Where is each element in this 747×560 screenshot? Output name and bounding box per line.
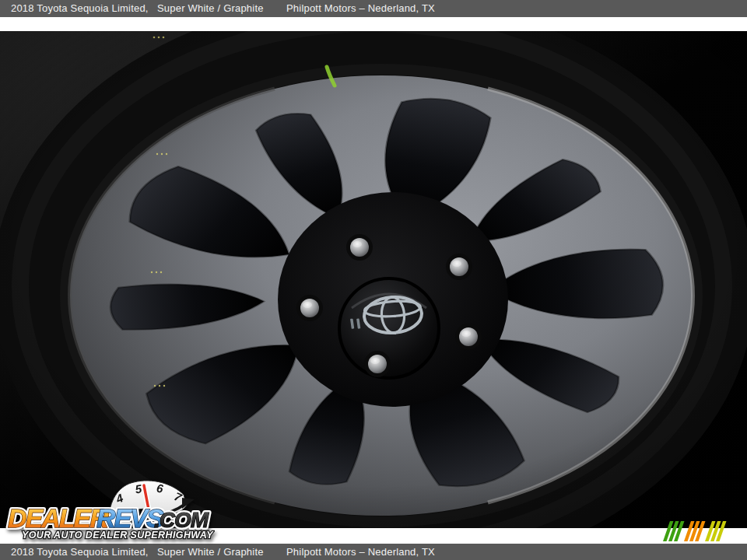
color-spec: Super White / Graphite [157,544,264,560]
vehicle-title: 2018 Toyota Sequoia Limited, [11,544,149,560]
bottom-info-bar: 2018 Toyota Sequoia Limited, Super White… [0,544,747,560]
stripe-group-green [663,521,685,541]
brand-wordmark: DEALER REVS .COM DEALER REVS .COM [8,503,209,533]
brand-dealer: DEALER [8,503,109,533]
vehicle-title: 2018 Toyota Sequoia Limited, [11,0,149,17]
gauge-arrow-head [182,498,195,509]
dealerrevs-logo: 4 5 6 7 DEALER REVS .COM DEALER REVS .CO… [3,479,215,541]
wheel-photo [0,31,747,528]
top-white-strip [0,17,747,31]
brand-tld: .COM [154,508,209,532]
dealer-name: Philpott Motors – Nederland, TX [286,0,435,17]
stripe-group-yellow [705,521,727,541]
top-info-bar: 2018 Toyota Sequoia Limited, Super White… [0,0,747,17]
color-spec: Super White / Graphite [157,0,264,17]
brand-tagline: YOUR AUTO DEALER SUPERHIGHWAY [22,530,214,541]
stripe-group-orange [684,521,706,541]
speed-stripes-icon [663,521,727,541]
dealer-name: Philpott Motors – Nederland, TX [286,544,435,560]
page: 2018 Toyota Sequoia Limited, Super White… [0,0,747,560]
vignette-overlay [0,31,747,528]
